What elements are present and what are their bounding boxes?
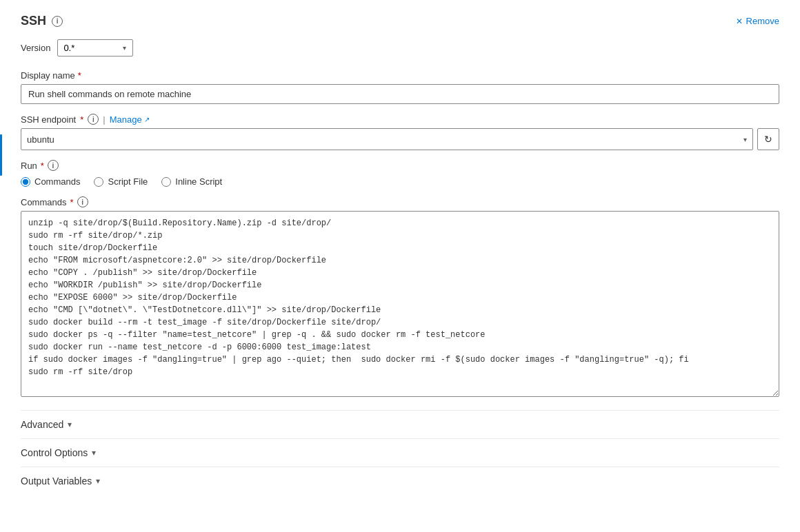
endpoint-select-wrapper: ubuntu ▾ <box>21 128 753 150</box>
radio-script-file-input[interactable] <box>94 177 103 187</box>
display-name-label: Display name * <box>21 70 779 81</box>
control-options-label: Control Options <box>21 447 88 458</box>
ssh-endpoint-label-row: SSH endpoint * i | Manage ↗ <box>21 114 779 125</box>
endpoint-row: ubuntu ▾ ↻ <box>21 128 779 150</box>
radio-script-file[interactable]: Script File <box>94 176 148 187</box>
commands-label-text: Commands <box>21 197 66 207</box>
radio-inline-script-label: Inline Script <box>175 176 222 187</box>
ssh-title: SSH i <box>21 14 63 28</box>
display-name-required: * <box>78 70 81 81</box>
version-select-wrapper: 0.* 1.* ▾ <box>57 39 133 57</box>
output-variables-label: Output Variables <box>21 475 92 487</box>
control-options-chevron-icon: ▾ <box>92 448 96 458</box>
ssh-endpoint-info-icon[interactable]: i <box>88 114 99 125</box>
remove-label: Remove <box>746 16 779 26</box>
commands-textarea[interactable]: unzip -q site/drop/$(Build.Repository.Na… <box>21 211 779 397</box>
advanced-chevron-icon: ▾ <box>68 420 72 429</box>
run-info-icon[interactable]: i <box>48 160 59 171</box>
run-required: * <box>41 161 44 171</box>
ssh-endpoint-required: * <box>80 114 83 125</box>
ssh-endpoint-group: SSH endpoint * i | Manage ↗ ubuntu ▾ ↻ <box>21 114 779 150</box>
display-name-label-text: Display name <box>21 70 75 81</box>
commands-section: Commands * i unzip -q site/drop/$(Build.… <box>21 196 779 399</box>
commands-label-row: Commands * i <box>21 196 779 207</box>
version-label: Version <box>21 43 50 53</box>
run-label-row: Run * i <box>21 160 779 171</box>
main-container: SSH i ✕ Remove Version 0.* 1.* ▾ Display… <box>0 0 800 532</box>
version-row: Version 0.* 1.* ▾ <box>21 39 779 57</box>
version-chevron-icon: ▾ <box>123 44 126 52</box>
ssh-endpoint-label-text: SSH endpoint <box>21 114 76 125</box>
refresh-button[interactable]: ↻ <box>757 128 779 150</box>
remove-button[interactable]: ✕ Remove <box>736 16 779 26</box>
run-radio-group: Commands Script File Inline Script <box>21 176 779 187</box>
radio-commands-label: Commands <box>34 176 80 187</box>
advanced-label: Advanced <box>21 419 63 430</box>
run-section: Run * i Commands Script File Inline Scri… <box>21 160 779 187</box>
manage-link[interactable]: Manage ↗ <box>110 114 150 125</box>
radio-script-file-label: Script File <box>108 176 148 187</box>
remove-x-icon: ✕ <box>736 17 743 26</box>
pipe-separator: | <box>103 114 105 125</box>
version-select[interactable]: 0.* 1.* <box>63 43 119 53</box>
endpoint-select[interactable]: ubuntu <box>27 134 743 145</box>
radio-commands[interactable]: Commands <box>21 176 80 187</box>
radio-commands-input[interactable] <box>21 177 30 187</box>
output-variables-chevron-icon: ▾ <box>96 476 100 486</box>
control-options-section: Control Options ▾ <box>21 438 779 467</box>
top-bar: SSH i ✕ Remove <box>21 14 779 28</box>
control-options-header[interactable]: Control Options ▾ <box>21 447 779 458</box>
endpoint-chevron-icon: ▾ <box>743 136 747 143</box>
radio-inline-script-input[interactable] <box>161 177 171 187</box>
run-label-text: Run <box>21 161 37 171</box>
manage-label: Manage <box>110 114 142 125</box>
external-link-icon: ↗ <box>144 116 150 123</box>
display-name-input[interactable] <box>21 84 779 104</box>
ssh-info-icon[interactable]: i <box>52 16 63 27</box>
radio-inline-script[interactable]: Inline Script <box>161 176 222 187</box>
advanced-header[interactable]: Advanced ▾ <box>21 419 779 430</box>
output-variables-section: Output Variables ▾ <box>21 467 779 495</box>
ssh-title-text: SSH <box>21 14 46 28</box>
display-name-group: Display name * <box>21 70 779 104</box>
commands-info-icon[interactable]: i <box>77 196 88 207</box>
commands-required: * <box>70 197 73 207</box>
advanced-section: Advanced ▾ <box>21 410 779 438</box>
left-accent <box>0 134 2 176</box>
output-variables-header[interactable]: Output Variables ▾ <box>21 475 779 487</box>
